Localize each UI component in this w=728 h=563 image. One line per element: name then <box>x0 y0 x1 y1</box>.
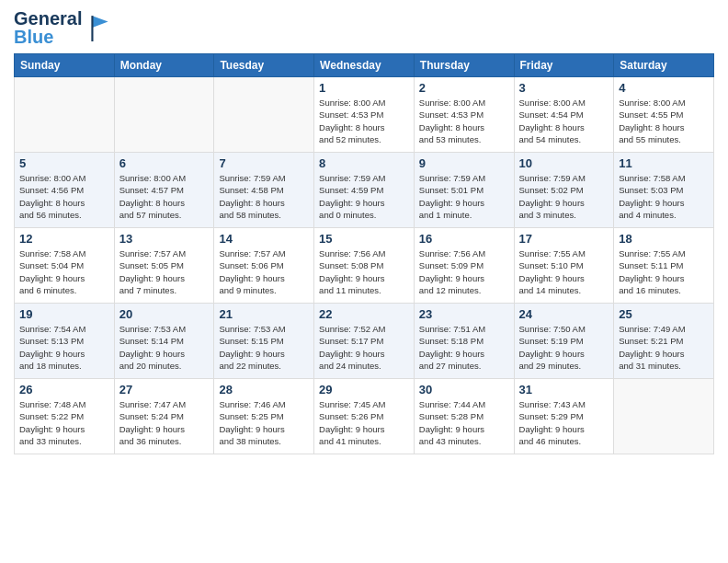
day-info: Sunrise: 7:57 AM Sunset: 5:05 PM Dayligh… <box>119 247 210 296</box>
day-info: Sunrise: 8:00 AM Sunset: 4:57 PM Dayligh… <box>119 172 210 221</box>
day-number: 6 <box>119 156 210 170</box>
weekday-friday: Friday <box>514 54 614 77</box>
calendar-cell: 11Sunrise: 7:58 AM Sunset: 5:03 PM Dayli… <box>614 153 714 228</box>
day-info: Sunrise: 7:47 AM Sunset: 5:24 PM Dayligh… <box>119 398 210 447</box>
day-number: 10 <box>519 156 609 170</box>
day-info: Sunrise: 7:43 AM Sunset: 5:29 PM Dayligh… <box>519 398 609 447</box>
calendar-cell: 18Sunrise: 7:55 AM Sunset: 5:11 PM Dayli… <box>614 228 714 304</box>
calendar-cell: 7Sunrise: 7:59 AM Sunset: 4:58 PM Daylig… <box>214 153 314 228</box>
day-info: Sunrise: 8:00 AM Sunset: 4:56 PM Dayligh… <box>19 172 109 221</box>
day-number: 26 <box>19 383 109 396</box>
calendar-cell: 15Sunrise: 7:56 AM Sunset: 5:08 PM Dayli… <box>314 228 415 304</box>
day-info: Sunrise: 7:52 AM Sunset: 5:17 PM Dayligh… <box>319 323 409 372</box>
calendar-cell: 30Sunrise: 7:44 AM Sunset: 5:28 PM Dayli… <box>414 379 514 454</box>
day-info: Sunrise: 7:55 AM Sunset: 5:11 PM Dayligh… <box>619 247 709 296</box>
day-info: Sunrise: 7:59 AM Sunset: 4:59 PM Dayligh… <box>319 172 409 221</box>
day-number: 28 <box>219 383 309 396</box>
calendar-cell: 31Sunrise: 7:43 AM Sunset: 5:29 PM Dayli… <box>514 379 614 454</box>
weekday-wednesday: Wednesday <box>314 54 415 77</box>
calendar-cell: 13Sunrise: 7:57 AM Sunset: 5:05 PM Dayli… <box>114 228 214 304</box>
calendar-cell: 19Sunrise: 7:54 AM Sunset: 5:13 PM Dayli… <box>15 304 115 379</box>
day-number: 15 <box>319 232 409 246</box>
calendar-cell <box>614 379 714 454</box>
calendar-cell: 2Sunrise: 8:00 AM Sunset: 4:53 PM Daylig… <box>414 77 514 153</box>
week-row-5: 26Sunrise: 7:48 AM Sunset: 5:22 PM Dayli… <box>15 379 714 454</box>
day-number: 14 <box>219 232 309 246</box>
day-info: Sunrise: 7:46 AM Sunset: 5:25 PM Dayligh… <box>219 398 309 447</box>
day-info: Sunrise: 7:55 AM Sunset: 5:10 PM Dayligh… <box>519 247 609 296</box>
week-row-1: 1Sunrise: 8:00 AM Sunset: 4:53 PM Daylig… <box>15 77 714 153</box>
calendar-cell: 23Sunrise: 7:51 AM Sunset: 5:18 PM Dayli… <box>414 304 514 379</box>
day-info: Sunrise: 8:00 AM Sunset: 4:53 PM Dayligh… <box>319 97 409 145</box>
day-number: 9 <box>419 156 509 170</box>
day-number: 8 <box>319 156 409 170</box>
day-info: Sunrise: 8:00 AM Sunset: 4:55 PM Dayligh… <box>619 97 709 145</box>
calendar-cell: 3Sunrise: 8:00 AM Sunset: 4:54 PM Daylig… <box>514 77 614 153</box>
day-number: 17 <box>519 232 609 246</box>
day-info: Sunrise: 8:00 AM Sunset: 4:53 PM Dayligh… <box>419 97 509 145</box>
weekday-saturday: Saturday <box>614 54 714 77</box>
weekday-monday: Monday <box>114 54 214 77</box>
svg-marker-0 <box>93 16 108 28</box>
calendar-cell: 25Sunrise: 7:49 AM Sunset: 5:21 PM Dayli… <box>614 304 714 379</box>
day-info: Sunrise: 7:56 AM Sunset: 5:08 PM Dayligh… <box>319 247 409 296</box>
calendar-cell: 22Sunrise: 7:52 AM Sunset: 5:17 PM Dayli… <box>314 304 415 379</box>
day-number: 3 <box>519 81 609 95</box>
calendar-cell <box>15 77 115 153</box>
day-number: 13 <box>119 232 210 246</box>
day-number: 25 <box>619 307 709 321</box>
day-info: Sunrise: 7:56 AM Sunset: 5:09 PM Dayligh… <box>419 247 509 296</box>
calendar-cell: 1Sunrise: 8:00 AM Sunset: 4:53 PM Daylig… <box>314 77 415 153</box>
day-info: Sunrise: 7:44 AM Sunset: 5:28 PM Dayligh… <box>419 398 509 447</box>
calendar-cell: 5Sunrise: 8:00 AM Sunset: 4:56 PM Daylig… <box>15 153 115 228</box>
calendar-cell: 9Sunrise: 7:59 AM Sunset: 5:01 PM Daylig… <box>414 153 514 228</box>
day-info: Sunrise: 7:53 AM Sunset: 5:15 PM Dayligh… <box>219 323 309 372</box>
day-info: Sunrise: 7:59 AM Sunset: 4:58 PM Dayligh… <box>219 172 309 221</box>
calendar-cell <box>214 77 314 153</box>
weekday-header-row: SundayMondayTuesdayWednesdayThursdayFrid… <box>15 54 714 77</box>
logo-flag-icon <box>84 14 117 41</box>
day-info: Sunrise: 8:00 AM Sunset: 4:54 PM Dayligh… <box>519 97 609 145</box>
day-info: Sunrise: 7:51 AM Sunset: 5:18 PM Dayligh… <box>419 323 509 372</box>
day-info: Sunrise: 7:54 AM Sunset: 5:13 PM Dayligh… <box>19 323 109 372</box>
day-number: 11 <box>619 156 709 170</box>
day-number: 24 <box>519 307 609 321</box>
day-number: 5 <box>19 156 109 170</box>
calendar-cell: 29Sunrise: 7:45 AM Sunset: 5:26 PM Dayli… <box>314 379 415 454</box>
page: General Blue SundayMondayTuesdayWednesda… <box>0 0 728 464</box>
day-number: 21 <box>219 307 309 321</box>
calendar-cell: 10Sunrise: 7:59 AM Sunset: 5:02 PM Dayli… <box>514 153 614 228</box>
calendar-cell: 4Sunrise: 8:00 AM Sunset: 4:55 PM Daylig… <box>614 77 714 153</box>
day-info: Sunrise: 7:57 AM Sunset: 5:06 PM Dayligh… <box>219 247 309 296</box>
calendar-cell: 21Sunrise: 7:53 AM Sunset: 5:15 PM Dayli… <box>214 304 314 379</box>
day-number: 1 <box>319 81 409 95</box>
calendar-cell: 27Sunrise: 7:47 AM Sunset: 5:24 PM Dayli… <box>114 379 214 454</box>
day-number: 18 <box>619 232 709 246</box>
calendar-cell: 17Sunrise: 7:55 AM Sunset: 5:10 PM Dayli… <box>514 228 614 304</box>
header: General Blue <box>14 9 714 46</box>
calendar-cell: 6Sunrise: 8:00 AM Sunset: 4:57 PM Daylig… <box>114 153 214 228</box>
day-number: 23 <box>419 307 509 321</box>
day-info: Sunrise: 7:59 AM Sunset: 5:01 PM Dayligh… <box>419 172 509 221</box>
calendar-cell: 24Sunrise: 7:50 AM Sunset: 5:19 PM Dayli… <box>514 304 614 379</box>
day-info: Sunrise: 7:58 AM Sunset: 5:03 PM Dayligh… <box>619 172 709 221</box>
week-row-4: 19Sunrise: 7:54 AM Sunset: 5:13 PM Dayli… <box>15 304 714 379</box>
day-number: 16 <box>419 232 509 246</box>
day-info: Sunrise: 7:50 AM Sunset: 5:19 PM Dayligh… <box>519 323 609 372</box>
calendar-cell: 14Sunrise: 7:57 AM Sunset: 5:06 PM Dayli… <box>214 228 314 304</box>
day-number: 31 <box>519 383 609 396</box>
day-number: 20 <box>119 307 210 321</box>
day-number: 19 <box>19 307 109 321</box>
calendar-cell <box>114 77 214 153</box>
day-number: 2 <box>419 81 509 95</box>
calendar-cell: 28Sunrise: 7:46 AM Sunset: 5:25 PM Dayli… <box>214 379 314 454</box>
calendar-cell: 8Sunrise: 7:59 AM Sunset: 4:59 PM Daylig… <box>314 153 415 228</box>
calendar-cell: 26Sunrise: 7:48 AM Sunset: 5:22 PM Dayli… <box>15 379 115 454</box>
day-info: Sunrise: 7:48 AM Sunset: 5:22 PM Dayligh… <box>19 398 109 447</box>
day-number: 4 <box>619 81 709 95</box>
day-info: Sunrise: 7:58 AM Sunset: 5:04 PM Dayligh… <box>19 247 109 296</box>
weekday-thursday: Thursday <box>414 54 514 77</box>
week-row-2: 5Sunrise: 8:00 AM Sunset: 4:56 PM Daylig… <box>15 153 714 228</box>
day-number: 7 <box>219 156 309 170</box>
logo: General Blue <box>14 9 117 46</box>
